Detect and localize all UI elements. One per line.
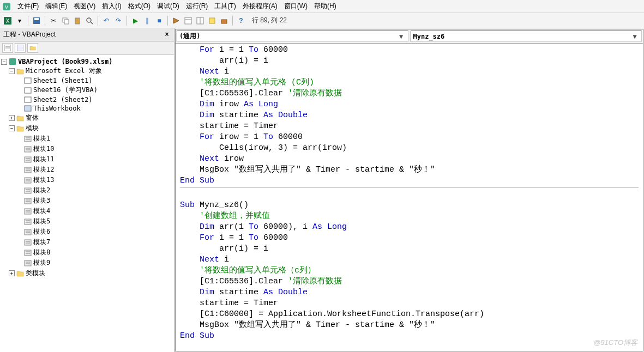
svg-rect-51 — [25, 219, 31, 224]
tree-modules[interactable]: − 模块 — [1, 123, 173, 133]
tree-item-label: Sheet16 (学习VBA) — [33, 86, 98, 95]
redo-icon[interactable]: ↷ — [113, 15, 124, 26]
module-icon — [24, 259, 32, 267]
tree-module11[interactable]: 模块11 — [1, 154, 173, 165]
svg-rect-22 — [9, 58, 16, 65]
svg-rect-48 — [25, 209, 31, 214]
tree-module2[interactable]: 模块2 — [1, 185, 173, 196]
tree-item-label: 模块3 — [33, 196, 50, 205]
menu-addins[interactable]: 外接程序(A) — [239, 1, 281, 12]
view-object-icon[interactable] — [15, 43, 26, 53]
chevron-down-icon: ▼ — [397, 33, 406, 40]
dropdown-arrow-icon[interactable]: ▾ — [14, 15, 25, 26]
sheet-icon — [24, 77, 32, 84]
menu-debug[interactable]: 调试(D) — [154, 1, 183, 12]
cut-icon[interactable]: ✂ — [48, 15, 59, 26]
code-window: (通用) ▼ Mynz_sz6 ▼ For i = 1 To 60000 arr… — [175, 29, 643, 351]
svg-rect-8 — [75, 18, 80, 24]
copy-icon[interactable] — [60, 15, 71, 26]
menu-run[interactable]: 运行(R) — [183, 1, 212, 12]
menu-window[interactable]: 窗口(W) — [281, 1, 311, 12]
tree-module12[interactable]: 模块12 — [1, 165, 173, 175]
tree-module4[interactable]: 模块4 — [1, 206, 173, 216]
code-editor[interactable]: For i = 1 To 60000 arr(i) = i Next i '将数… — [176, 44, 643, 351]
menu-help[interactable]: 帮助(H) — [311, 1, 340, 12]
view-excel-icon[interactable]: X — [2, 15, 13, 26]
svg-rect-21 — [17, 45, 23, 51]
project-panel-title-bar: 工程 - VBAProject × — [0, 28, 174, 41]
procedure-dropdown[interactable]: Mynz_sz6 ▼ — [411, 31, 642, 42]
svg-rect-12 — [185, 17, 191, 24]
object-dropdown[interactable]: (通用) ▼ — [177, 31, 408, 42]
project-explorer-icon[interactable] — [183, 15, 194, 26]
module-icon — [24, 187, 32, 195]
tree-excel-objects[interactable]: − Microsoft Excel 对象 — [1, 66, 173, 76]
svg-rect-57 — [25, 240, 31, 245]
chevron-down-icon: ▼ — [630, 33, 639, 40]
toolbox-icon[interactable] — [219, 15, 230, 26]
tree-sheet1[interactable]: Sheet1 (Sheet1) — [1, 76, 173, 85]
object-browser-icon[interactable] — [207, 15, 218, 26]
properties-icon[interactable] — [195, 15, 206, 26]
sheet-icon — [24, 96, 32, 104]
tree-item-label: 模块2 — [33, 186, 50, 195]
tree-item-label: 模块6 — [33, 227, 50, 236]
tree-module6[interactable]: 模块6 — [1, 227, 173, 237]
collapse-icon[interactable]: − — [9, 125, 15, 131]
tree-module8[interactable]: 模块8 — [1, 247, 173, 258]
tree-class-modules[interactable]: + 类模块 — [1, 268, 173, 278]
collapse-icon[interactable]: − — [9, 68, 15, 74]
break-icon[interactable]: ∥ — [142, 15, 153, 26]
undo-icon[interactable]: ↶ — [101, 15, 112, 26]
expand-icon[interactable]: + — [9, 270, 15, 276]
module-icon — [24, 208, 32, 215]
tree-class-modules-label: 类模块 — [26, 269, 45, 278]
project-tree[interactable]: − VBAProject (Book99.xlsm) − Microsoft E… — [0, 55, 174, 352]
module-icon — [24, 166, 32, 174]
menu-file[interactable]: 文件(F) — [14, 1, 42, 12]
menu-insert[interactable]: 插入(I) — [99, 1, 124, 12]
find-icon[interactable] — [84, 15, 95, 26]
menu-format[interactable]: 格式(O) — [125, 1, 154, 12]
view-code-icon[interactable] — [2, 43, 13, 53]
folder-icon — [16, 114, 24, 122]
tree-sheet16[interactable]: Sheet16 (学习VBA) — [1, 85, 173, 95]
help-icon[interactable]: ? — [236, 15, 246, 26]
menu-tools[interactable]: 工具(T) — [211, 1, 239, 12]
svg-rect-16 — [209, 18, 215, 23]
tree-module1[interactable]: 模块1 — [1, 133, 173, 144]
tree-forms[interactable]: + 窗体 — [1, 113, 173, 123]
tree-root[interactable]: − VBAProject (Book99.xlsm) — [1, 57, 173, 66]
run-icon[interactable]: ▶ — [130, 15, 141, 26]
paste-icon[interactable] — [72, 15, 83, 26]
save-icon[interactable] — [31, 15, 42, 26]
tree-modules-label: 模块 — [26, 124, 39, 133]
tree-item-label: Sheet2 (Sheet2) — [33, 96, 92, 104]
tree-sheet2[interactable]: Sheet2 (Sheet2) — [1, 95, 173, 104]
tree-item-label: Sheet1 (Sheet1) — [33, 77, 92, 84]
tree-item-label: 模块1 — [33, 134, 50, 143]
menu-view[interactable]: 视图(V) — [70, 1, 99, 12]
tree-thisworkbook[interactable]: ThisWorkbook — [1, 104, 173, 113]
tree-module7[interactable]: 模块7 — [1, 237, 173, 247]
reset-icon[interactable]: ■ — [154, 15, 165, 26]
tree-module9[interactable]: 模块9 — [1, 258, 173, 268]
toggle-folders-icon[interactable] — [27, 43, 38, 53]
menu-edit[interactable]: 编辑(E) — [42, 1, 70, 12]
tree-module3[interactable]: 模块3 — [1, 196, 173, 206]
project-panel-close-button[interactable]: × — [163, 31, 171, 39]
design-mode-icon[interactable] — [171, 15, 182, 26]
tree-module13[interactable]: 模块13 — [1, 175, 173, 185]
expand-icon[interactable]: + — [9, 115, 15, 121]
tree-module10[interactable]: 模块10 — [1, 144, 173, 154]
cursor-position-status: 行 89, 列 22 — [252, 16, 287, 25]
tree-item-label: 模块10 — [33, 144, 54, 154]
tree-excel-objects-label: Microsoft Excel 对象 — [26, 66, 102, 76]
svg-text:V: V — [5, 4, 8, 10]
workbook-icon — [24, 105, 32, 112]
collapse-icon[interactable]: − — [1, 59, 7, 65]
svg-rect-23 — [25, 78, 31, 83]
tree-module5[interactable]: 模块5 — [1, 216, 173, 227]
svg-rect-45 — [25, 198, 31, 204]
tree-item-label: 模块11 — [33, 155, 54, 164]
